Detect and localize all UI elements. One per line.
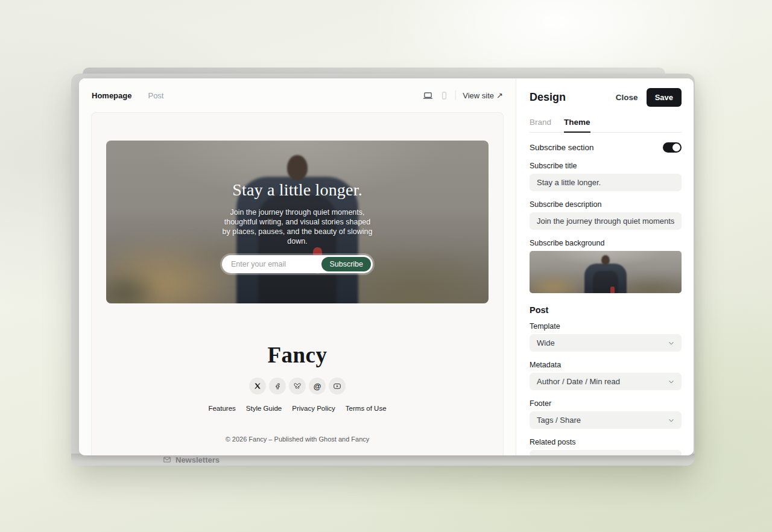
preview-header-actions: View site ↗ [423, 90, 503, 101]
related-posts-label: Related posts [530, 438, 682, 446]
preview-viewport: Stay a little longer. Join the journey t… [91, 112, 504, 455]
bluesky-icon[interactable] [289, 378, 306, 394]
desktop-view-icon[interactable] [423, 90, 433, 101]
subscribe-title-input[interactable] [530, 174, 682, 191]
footer-nav: Features Style Guide Privacy Policy Term… [92, 405, 503, 412]
tab-brand[interactable]: Brand [530, 114, 551, 132]
related-posts-value: Latest [537, 454, 558, 455]
copyright-text: © 2026 Fancy – Published with Ghost and … [92, 435, 503, 443]
footer-link-privacy-policy[interactable]: Privacy Policy [292, 405, 335, 412]
tab-post[interactable]: Post [148, 91, 163, 100]
post-section-heading: Post [530, 305, 682, 315]
footer-label: Footer [530, 399, 682, 408]
chevron-down-icon [667, 339, 676, 347]
subscribe-title-label: Subscribe title [530, 162, 682, 170]
settings-window-bottom-strip: Newsletters [71, 454, 695, 466]
metadata-select[interactable]: Author / Date / Min read [530, 373, 682, 390]
subscribe-section-row: Subscribe section [530, 142, 682, 153]
subscribe-button[interactable]: Subscribe [321, 257, 371, 271]
chevron-down-icon [667, 416, 676, 425]
header-divider [455, 90, 456, 100]
threads-icon[interactable]: @ [309, 378, 326, 394]
social-links-row: @ [92, 378, 503, 394]
sidebar-item-newsletters: Newsletters [163, 455, 220, 464]
footer-link-terms-of-use[interactable]: Terms of Use [346, 405, 387, 412]
theme-preview-pane: Homepage Post View site ↗ [79, 78, 516, 455]
youtube-icon[interactable] [329, 378, 346, 394]
external-link-arrow-icon: ↗ [496, 91, 503, 100]
related-posts-select[interactable]: Latest [530, 450, 682, 455]
hero-title: Stay a little longer. [106, 180, 489, 200]
save-button[interactable]: Save [647, 88, 682, 107]
footer-value: Tags / Share [537, 416, 581, 425]
panel-title: Design [530, 91, 566, 104]
subscribe-description-label: Subscribe description [530, 200, 682, 209]
x-icon[interactable] [249, 378, 266, 394]
design-settings-sidebar: Design Close Save Brand Theme Subscribe … [516, 78, 694, 455]
footer-link-style-guide[interactable]: Style Guide [246, 405, 282, 412]
chevron-down-icon [667, 455, 676, 456]
subscribe-description-input[interactable] [530, 212, 682, 230]
preview-tabs: Homepage Post [92, 91, 163, 100]
newsletters-label: Newsletters [176, 455, 220, 464]
mobile-view-icon[interactable] [440, 91, 449, 100]
tab-theme[interactable]: Theme [564, 114, 590, 133]
view-site-link[interactable]: View site ↗ [463, 91, 503, 100]
design-settings-modal: Homepage Post View site ↗ [79, 78, 694, 455]
site-logo: Fancy [92, 342, 503, 368]
view-site-label: View site [463, 91, 494, 100]
sidebar-header: Design Close Save [530, 88, 682, 106]
template-label: Template [530, 322, 682, 331]
subscribe-background-thumbnail[interactable] [530, 251, 682, 293]
hero-description: Join the journey through quiet moments, … [220, 207, 375, 246]
subscribe-background-label: Subscribe background [530, 239, 682, 247]
template-value: Wide [537, 338, 555, 347]
subscribe-hero-card: Stay a little longer. Join the journey t… [106, 141, 489, 303]
chevron-down-icon [667, 378, 676, 386]
sidebar-tabs: Brand Theme [530, 114, 682, 133]
template-select[interactable]: Wide [530, 334, 682, 352]
metadata-label: Metadata [530, 361, 682, 369]
photo-person-silhouette [582, 255, 629, 293]
facebook-icon[interactable] [269, 378, 286, 394]
close-button[interactable]: Close [616, 93, 638, 102]
email-signup-pill: Subscribe [222, 255, 373, 273]
subscribe-section-label: Subscribe section [530, 143, 594, 152]
footer-select[interactable]: Tags / Share [530, 411, 682, 429]
tab-homepage[interactable]: Homepage [92, 91, 131, 100]
preview-header: Homepage Post View site ↗ [79, 78, 516, 112]
footer-link-features[interactable]: Features [208, 405, 235, 412]
metadata-value: Author / Date / Min read [537, 377, 620, 386]
envelope-icon [163, 455, 171, 464]
subscribe-section-toggle[interactable] [663, 142, 682, 153]
email-input[interactable] [222, 255, 318, 273]
